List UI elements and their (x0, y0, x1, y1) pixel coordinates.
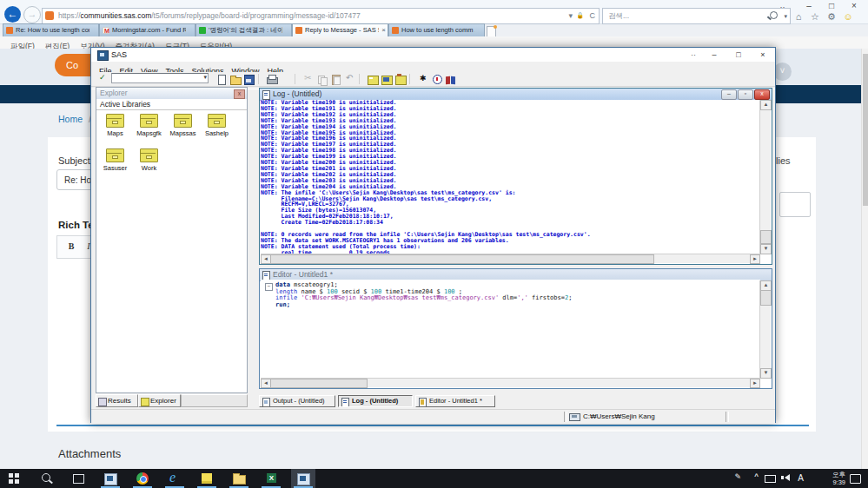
new-library-icon[interactable] (367, 74, 379, 85)
editor-horizontal-scrollbar[interactable]: ◄ ► (261, 378, 760, 387)
new-icon[interactable] (215, 74, 228, 85)
sas-maximize-button[interactable]: □ (732, 49, 745, 60)
library-item[interactable]: Maps (98, 112, 132, 142)
browser-tab[interactable]: Morningstar.com - Fund Retu... (99, 23, 195, 36)
browser-close-button[interactable]: × (845, 1, 863, 11)
scroll-right-arrow[interactable]: ► (750, 254, 760, 264)
help-books-icon[interactable] (445, 74, 457, 85)
window-bar-log-button[interactable]: Log - (Untitled) (338, 395, 413, 407)
search-icon[interactable] (770, 11, 778, 19)
window-bar-output-button[interactable]: Output - (Untitled) (259, 395, 335, 407)
editor-content[interactable]: − data mscateogry1;length name $ 100 sec… (261, 280, 760, 379)
back-button[interactable]: ← (4, 6, 21, 23)
search-dropdown-icon[interactable]: ▾ (784, 13, 787, 20)
taskbar-sas-button[interactable] (98, 469, 123, 488)
page-scrollbar-thumb[interactable] (863, 54, 868, 206)
save-icon[interactable] (243, 74, 255, 85)
taskbar-internet-explorer-button[interactable] (162, 469, 187, 488)
feedback-smiley-icon[interactable]: ☺ (841, 11, 855, 22)
taskbar-search-button[interactable] (34, 469, 58, 488)
editor-vscroll-thumb[interactable] (760, 290, 772, 306)
code-collapse-toggle[interactable]: − (265, 283, 273, 291)
cut-icon[interactable] (302, 74, 315, 85)
sas-minimize-button[interactable]: – (707, 49, 721, 60)
log-horizontal-scrollbar[interactable]: ◄ ► (261, 254, 760, 263)
network-icon[interactable] (765, 475, 776, 483)
library-item[interactable]: Work (132, 147, 166, 176)
autocomplete-dropdown-icon[interactable]: ▾ (568, 9, 573, 23)
log-title-bar[interactable]: Log - (Untitled) – ▫ x (260, 89, 772, 101)
action-center-icon[interactable] (850, 474, 861, 484)
refresh-icon[interactable]: C (590, 9, 596, 23)
taskbar-chrome-button[interactable] (130, 469, 155, 488)
log-restore-button[interactable]: ▫ (738, 89, 753, 100)
address-bar[interactable]: https://communities.sas.com/t5/forums/re… (42, 8, 600, 24)
dock-tab-explorer[interactable]: Explorer (138, 394, 181, 407)
replies-box[interactable] (779, 192, 811, 217)
taskbar-start-button[interactable] (2, 469, 26, 488)
browser-tab[interactable]: Re: How to use length comm... (3, 23, 99, 36)
explorer-close-button[interactable]: x (234, 89, 245, 99)
forward-button[interactable]: → (23, 6, 41, 23)
scroll-down-arrow[interactable]: ▼ (760, 244, 772, 254)
scroll-right-arrow[interactable]: ► (750, 379, 760, 388)
browser-tab[interactable]: How to use length comm ... (388, 23, 485, 36)
favorite-folders-icon[interactable] (394, 74, 407, 85)
sas-title-bar[interactable]: SAS ‥ – □ × (91, 48, 775, 62)
log-minimize-button[interactable]: – (721, 89, 737, 100)
browser-tab[interactable]: Reply to Message - SAS Su...× (292, 23, 388, 36)
ime-indicator[interactable]: A (798, 473, 804, 483)
sas-menu-bar: FileEditViewToolsSolutionsWindowHelp (91, 62, 775, 72)
taskbar-task-view-button[interactable] (66, 469, 90, 488)
history-icon[interactable] (431, 74, 443, 85)
log-close-button[interactable]: x (754, 89, 770, 100)
log-vscroll-thumb[interactable] (760, 230, 772, 244)
taskbar-excel-button[interactable] (259, 469, 283, 488)
taskbar-sticky-notes-button[interactable] (195, 469, 219, 488)
log-vertical-scrollbar[interactable]: ▲ ▼ (759, 100, 771, 254)
breadcrumb-home-link[interactable]: Home (58, 114, 83, 124)
library-item[interactable]: Sashelp (200, 112, 234, 142)
library-item[interactable]: Mapsgfk (132, 112, 166, 142)
pen-tray-icon[interactable]: ✎ (734, 472, 741, 481)
print-icon[interactable] (266, 74, 278, 85)
bold-button[interactable]: B (64, 240, 78, 254)
sas-explorer-icon[interactable] (381, 74, 393, 85)
submit-icon[interactable] (417, 74, 429, 85)
library-item[interactable]: Mapssas (166, 112, 200, 142)
chevron-down-icon[interactable]: ˅ (773, 63, 792, 81)
scroll-down-arrow[interactable]: ▼ (760, 368, 772, 379)
log-hscroll-thumb[interactable] (270, 254, 654, 264)
page-scrollbar[interactable] (861, 49, 868, 469)
scroll-up-arrow[interactable]: ▲ (760, 100, 772, 110)
open-icon[interactable] (229, 74, 242, 85)
command-check-icon[interactable]: ✓ (99, 73, 106, 82)
log-content[interactable]: NOTE: Variable time190 is uninitialized.… (261, 100, 760, 254)
undo-icon[interactable] (344, 74, 356, 85)
copy-icon[interactable] (316, 74, 328, 85)
settings-gear-icon[interactable]: ⚙ (825, 11, 838, 23)
taskbar-sas-button[interactable] (291, 469, 315, 488)
sas-close-button[interactable]: × (756, 49, 770, 60)
tray-chevron-icon[interactable]: ^ (754, 472, 759, 480)
browser-maximize-button[interactable]: □ (823, 1, 840, 11)
command-combobox[interactable] (111, 73, 209, 83)
window-bar-editor-button[interactable]: Editor - Untitled1 * (415, 395, 495, 407)
favorites-star-icon[interactable]: ☆ (808, 11, 822, 23)
editor-vertical-scrollbar[interactable]: ▲ ▼ (759, 280, 771, 379)
toolbar-group-separator (359, 74, 364, 84)
editor-hscroll-thumb[interactable] (270, 379, 368, 388)
browser-tab[interactable]: '명령어'의 검색결과 : 네이버 ... (195, 23, 292, 36)
tab-close-icon[interactable]: × (381, 24, 386, 36)
dock-tab-results[interactable]: Results (96, 394, 138, 407)
taskbar-file-explorer-button[interactable] (227, 469, 251, 488)
paste-icon[interactable] (330, 74, 342, 85)
explorer-title-bar[interactable]: Explorer x (96, 88, 247, 100)
clock[interactable]: 오후 9:39 2018-02-02 (829, 471, 845, 488)
browser-minimize-button[interactable]: – (800, 1, 818, 11)
volume-icon[interactable] (785, 474, 790, 481)
home-icon[interactable]: ⌂ (792, 11, 805, 22)
print-preview-icon[interactable] (280, 74, 292, 85)
library-item[interactable]: Sasuser (98, 147, 132, 176)
search-input[interactable]: 검색... ▾ (602, 8, 791, 24)
